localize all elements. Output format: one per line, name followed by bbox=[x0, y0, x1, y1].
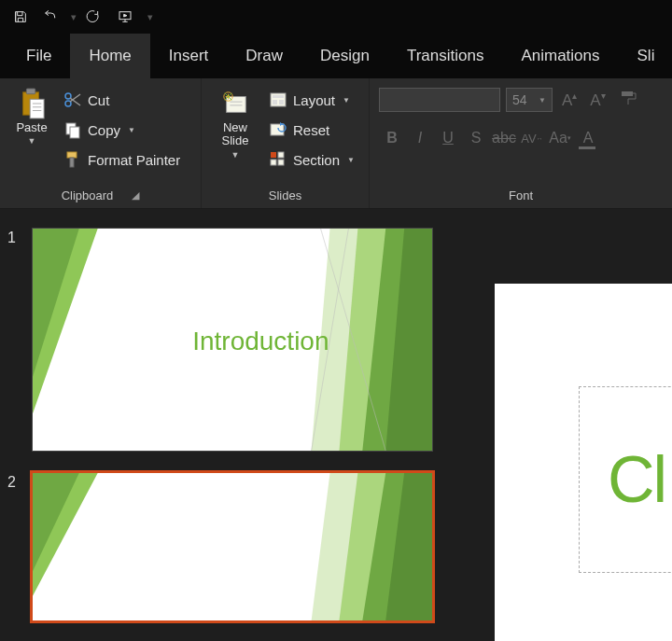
svg-rect-31 bbox=[278, 160, 284, 165]
undo-dropdown[interactable]: ▾ bbox=[71, 11, 77, 23]
group-font: 54 ▼ A▴ A▾ B I U S abc AV↔ Aa▾ A Fo bbox=[370, 78, 672, 208]
new-slide-label: New Slide bbox=[222, 121, 249, 148]
section-icon bbox=[269, 150, 287, 169]
paint-roller-icon bbox=[619, 89, 637, 107]
current-slide-canvas[interactable]: Cl bbox=[495, 284, 672, 641]
group-slides: New Slide ▼ Layout ▼ Reset bbox=[202, 78, 370, 208]
paste-button[interactable]: Paste ▼ bbox=[7, 84, 56, 184]
redo-icon bbox=[86, 9, 101, 24]
italic-button[interactable]: I bbox=[407, 125, 433, 151]
font-size-value: 54 bbox=[512, 92, 527, 107]
thumbnail-number: 1 bbox=[7, 228, 32, 246]
save-icon bbox=[13, 9, 28, 24]
tab-draw[interactable]: Draw bbox=[227, 34, 301, 78]
facet-design bbox=[33, 473, 432, 620]
tab-transitions[interactable]: Transitions bbox=[388, 34, 503, 78]
tab-insert[interactable]: Insert bbox=[150, 34, 228, 78]
title-placeholder[interactable]: Cl bbox=[579, 386, 672, 573]
increase-font-button[interactable]: A▴ bbox=[558, 91, 581, 110]
cut-button[interactable]: Cut bbox=[58, 86, 186, 114]
font-size-selector[interactable]: 54 ▼ bbox=[506, 88, 553, 112]
svg-rect-30 bbox=[278, 152, 284, 158]
slides-group-label: Slides bbox=[269, 188, 301, 202]
svg-rect-15 bbox=[227, 97, 246, 113]
copy-button[interactable]: Copy ▼ bbox=[58, 116, 186, 144]
paste-dropdown-caret[interactable]: ▼ bbox=[28, 136, 36, 146]
svg-rect-14 bbox=[70, 158, 74, 167]
quick-access-toolbar: ▾ ▾ bbox=[0, 0, 672, 34]
slide-editor-pane: Cl bbox=[457, 209, 672, 641]
tab-slideshow[interactable]: Sli bbox=[619, 34, 672, 78]
scissors-icon bbox=[63, 91, 82, 109]
slide-title-text: Introduction bbox=[192, 327, 329, 356]
bold-button[interactable]: B bbox=[379, 125, 405, 151]
reset-label: Reset bbox=[293, 122, 329, 138]
slide-thumbnail-2[interactable] bbox=[32, 472, 433, 621]
slide-thumbnails-pane: 1 Introduction 2 bbox=[0, 209, 457, 641]
thumbnail-number: 2 bbox=[7, 472, 32, 491]
font-family-selector[interactable] bbox=[379, 88, 500, 112]
start-slideshow-button[interactable] bbox=[110, 4, 140, 30]
customize-qat-dropdown[interactable]: ▾ bbox=[147, 11, 153, 23]
thumbnail-row-2: 2 bbox=[7, 472, 442, 621]
copy-icon bbox=[63, 120, 82, 139]
char-spacing-button[interactable]: AV↔ bbox=[519, 125, 545, 151]
section-button[interactable]: Section ▼ bbox=[263, 146, 360, 174]
svg-rect-28 bbox=[271, 152, 276, 158]
svg-rect-25 bbox=[273, 100, 277, 105]
svg-marker-42 bbox=[33, 473, 79, 571]
tab-animations[interactable]: Animations bbox=[502, 34, 618, 78]
new-slide-icon bbox=[220, 86, 250, 121]
undo-button[interactable] bbox=[37, 4, 63, 30]
section-label: Section bbox=[293, 152, 340, 168]
new-slide-dropdown-caret[interactable]: ▼ bbox=[231, 150, 240, 160]
format-painter-label: Format Painter bbox=[88, 152, 180, 168]
layout-dropdown-caret[interactable]: ▼ bbox=[343, 96, 350, 105]
layout-button[interactable]: Layout ▼ bbox=[263, 86, 360, 114]
save-button[interactable] bbox=[7, 4, 34, 30]
clipboard-group-label: Clipboard bbox=[62, 188, 114, 202]
clipboard-launcher[interactable]: ◢ bbox=[132, 189, 139, 202]
paste-icon bbox=[17, 86, 47, 121]
section-dropdown-caret[interactable]: ▼ bbox=[347, 156, 355, 164]
strikethrough-button[interactable]: abc bbox=[491, 125, 517, 151]
format-painter-icon bbox=[63, 150, 82, 169]
title-placeholder-text: Cl bbox=[580, 442, 665, 517]
underline-button[interactable]: U bbox=[435, 125, 461, 151]
workspace: 1 Introduction 2 bbox=[0, 209, 672, 641]
copy-dropdown-caret[interactable]: ▼ bbox=[128, 126, 135, 134]
svg-rect-3 bbox=[30, 99, 44, 118]
shadow-button[interactable]: S bbox=[463, 125, 489, 151]
ribbon-tabs: File Home Insert Draw Design Transitions… bbox=[0, 34, 672, 78]
layout-icon bbox=[269, 91, 287, 109]
presentation-icon bbox=[118, 9, 133, 24]
svg-rect-13 bbox=[67, 152, 77, 158]
slide-thumbnail-1[interactable]: Introduction bbox=[32, 228, 433, 452]
font-color-button[interactable]: A bbox=[575, 125, 601, 151]
thumbnail-row-1: 1 Introduction bbox=[7, 228, 442, 452]
svg-rect-24 bbox=[273, 95, 284, 98]
copy-label: Copy bbox=[88, 122, 120, 138]
reset-icon bbox=[269, 120, 287, 139]
reset-button[interactable]: Reset bbox=[263, 116, 360, 144]
tab-home[interactable]: Home bbox=[70, 34, 149, 78]
svg-rect-12 bbox=[70, 127, 79, 138]
svg-rect-26 bbox=[279, 100, 284, 105]
font-group-label: Font bbox=[509, 188, 533, 202]
new-slide-button[interactable]: New Slide ▼ bbox=[209, 84, 261, 184]
undo-icon bbox=[43, 9, 58, 24]
svg-rect-32 bbox=[622, 91, 633, 96]
decrease-font-button[interactable]: A▾ bbox=[586, 91, 609, 110]
svg-rect-29 bbox=[271, 160, 276, 165]
clear-formatting-button[interactable] bbox=[615, 89, 634, 112]
group-clipboard: Paste ▼ Cut Copy ▼ bbox=[0, 78, 202, 208]
format-painter-button[interactable]: Format Painter bbox=[58, 146, 186, 174]
tab-file[interactable]: File bbox=[7, 34, 70, 78]
change-case-button[interactable]: Aa▾ bbox=[547, 125, 573, 151]
cut-label: Cut bbox=[88, 92, 109, 108]
svg-rect-27 bbox=[271, 124, 284, 135]
ribbon: Paste ▼ Cut Copy ▼ bbox=[0, 78, 672, 209]
redo-button[interactable] bbox=[80, 4, 106, 30]
layout-label: Layout bbox=[293, 92, 335, 108]
tab-design[interactable]: Design bbox=[301, 34, 388, 78]
